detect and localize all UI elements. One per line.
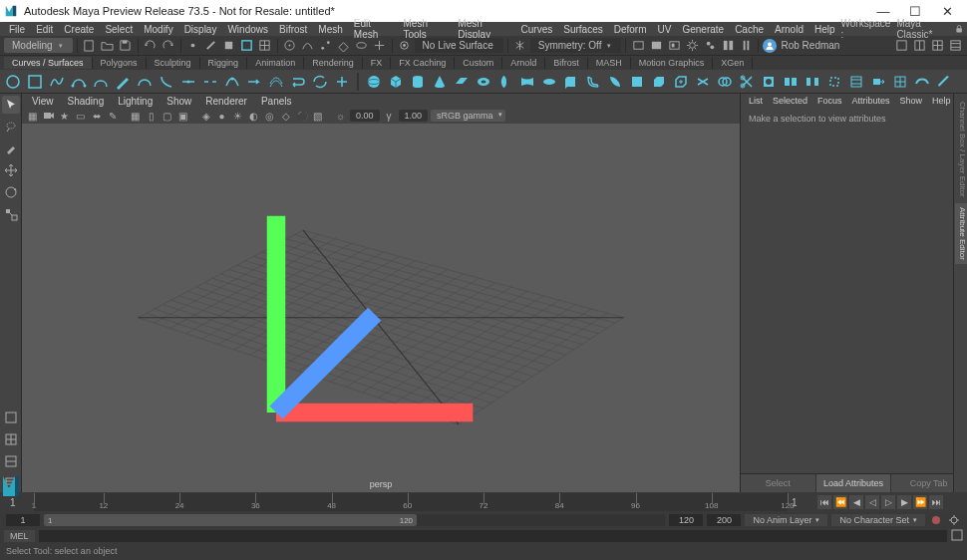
lock-icon[interactable] xyxy=(955,24,963,34)
vp-gamma-value[interactable]: 1.00 xyxy=(399,110,429,122)
shelf-tab-animation[interactable]: Animation xyxy=(247,57,304,69)
arc-3pt-icon[interactable] xyxy=(136,73,154,91)
bevel-plus-icon[interactable] xyxy=(672,73,690,91)
nurbs-cylinder-icon[interactable] xyxy=(409,73,427,91)
symmetry-icon[interactable] xyxy=(512,38,528,54)
open-close-icon[interactable] xyxy=(825,73,843,91)
snap-point-icon[interactable] xyxy=(318,38,334,54)
insert-isoparm-icon[interactable] xyxy=(847,73,865,91)
vp-bookmark-icon[interactable]: ★ xyxy=(58,110,71,123)
shelf-tab-mash[interactable]: MASH xyxy=(588,57,631,69)
render-setup-icon[interactable] xyxy=(720,38,736,54)
autokey-icon[interactable] xyxy=(929,513,943,527)
range-start-field[interactable]: 1 xyxy=(6,514,40,526)
reverse-curve-icon[interactable] xyxy=(289,73,307,91)
attr-menu-focus[interactable]: Focus xyxy=(813,96,846,106)
rebuild-curve-icon[interactable] xyxy=(311,73,329,91)
menuset-dropdown[interactable]: Modeling▾ xyxy=(4,38,73,53)
panel-layout-4-icon[interactable] xyxy=(947,38,963,54)
menu-windows[interactable]: Windows xyxy=(222,24,273,35)
goto-end-icon[interactable]: ⏭ xyxy=(929,495,943,509)
bezier-curve-icon[interactable] xyxy=(92,73,110,91)
ep-curve-icon[interactable] xyxy=(48,73,66,91)
vp-resolution-gate-icon[interactable]: ▢ xyxy=(161,110,173,123)
play-back-icon[interactable]: ◁ xyxy=(865,495,879,509)
character-set-dropdown[interactable]: No Character Set▾ xyxy=(831,514,925,526)
attach-surface-icon[interactable] xyxy=(782,73,800,91)
vp-film-gate-icon[interactable]: ▯ xyxy=(145,110,158,123)
shelf-tab-custom[interactable]: Custom xyxy=(455,57,502,69)
shelf-tab-motion-graphics[interactable]: Motion Graphics xyxy=(631,57,714,69)
time-current-field[interactable]: 1 xyxy=(792,497,811,508)
vp-menu-renderer[interactable]: Renderer xyxy=(199,96,253,107)
menu-create[interactable]: Create xyxy=(59,24,99,35)
vp-menu-lighting[interactable]: Lighting xyxy=(112,96,159,107)
new-scene-icon[interactable] xyxy=(82,38,98,54)
extend-surface-icon[interactable] xyxy=(869,73,887,91)
anim-layer-dropdown[interactable]: No Anim Layer▾ xyxy=(745,514,827,526)
paint-select-tool[interactable] xyxy=(2,140,20,157)
step-forward-key-icon[interactable]: ⏩ xyxy=(913,495,927,509)
shelf-tab-rendering[interactable]: Rendering xyxy=(304,57,363,69)
trim-icon[interactable] xyxy=(738,73,756,91)
snap-grid-icon[interactable] xyxy=(282,38,298,54)
hypershade-icon[interactable] xyxy=(702,38,718,54)
boundary-icon[interactable] xyxy=(606,73,624,91)
sculpt-surface-icon[interactable] xyxy=(913,73,931,91)
vp-colorspace-dropdown[interactable]: sRGB gamma xyxy=(431,110,505,122)
nurbs-circle-icon[interactable] xyxy=(4,73,22,91)
menu-display[interactable]: Display xyxy=(179,24,222,35)
tab-channel-box[interactable]: Channel Box / Layer Editor xyxy=(955,98,967,201)
menu-surfaces[interactable]: Surfaces xyxy=(558,24,607,35)
step-forward-icon[interactable]: ▶ xyxy=(897,495,911,509)
arc-2pt-icon[interactable] xyxy=(158,73,175,91)
nurbs-cube-icon[interactable] xyxy=(387,73,405,91)
vp-camera-icon[interactable] xyxy=(42,110,55,123)
vp-shadows-icon[interactable]: ◐ xyxy=(247,110,260,123)
live-surface-dropdown[interactable]: No Live Surface xyxy=(415,38,503,53)
bevel-icon[interactable] xyxy=(650,73,668,91)
menu-help[interactable]: Help xyxy=(809,24,840,35)
attr-menu-show[interactable]: Show xyxy=(896,96,927,106)
prefs-icon[interactable] xyxy=(947,513,961,527)
menu-edit[interactable]: Edit xyxy=(31,24,58,35)
menu-uv[interactable]: UV xyxy=(653,24,677,35)
select-face-icon[interactable] xyxy=(221,38,237,54)
untrim-icon[interactable] xyxy=(760,73,778,91)
command-input[interactable] xyxy=(39,530,947,542)
attr-menu-list[interactable]: List xyxy=(745,96,767,106)
scale-tool[interactable] xyxy=(2,205,20,223)
lasso-tool[interactable] xyxy=(2,118,20,136)
vp-wireframe-icon[interactable]: ◈ xyxy=(199,110,212,123)
nurbs-sphere-icon[interactable] xyxy=(365,73,383,91)
step-back-icon[interactable]: ◀ xyxy=(849,495,863,509)
vp-menu-shading[interactable]: Shading xyxy=(62,96,111,107)
shelf-tab-fx[interactable]: FX xyxy=(363,57,392,69)
nurbs-torus-icon[interactable] xyxy=(475,73,492,91)
render-settings-icon[interactable] xyxy=(684,38,700,54)
vp-gate-mask-icon[interactable]: ▣ xyxy=(176,110,189,123)
vp-image-plane-icon[interactable]: ▭ xyxy=(74,110,87,123)
loft-icon[interactable] xyxy=(518,73,536,91)
extrude-surface-icon[interactable] xyxy=(562,73,580,91)
select-tool[interactable] xyxy=(2,96,20,114)
vp-isolate-icon[interactable]: ◎ xyxy=(263,110,276,123)
vp-gamma-icon[interactable]: γ xyxy=(383,110,396,123)
snap-plane-icon[interactable] xyxy=(336,38,352,54)
menu-curves[interactable]: Curves xyxy=(516,24,558,35)
light-editor-icon[interactable] xyxy=(738,38,754,54)
nurbs-square-icon[interactable] xyxy=(26,73,44,91)
range-slider[interactable]: 1120 xyxy=(44,514,665,526)
shelf-tab-xgen[interactable]: XGen xyxy=(713,57,753,69)
snap-surface-icon[interactable] xyxy=(354,38,370,54)
attr-menu-selected[interactable]: Selected xyxy=(769,96,811,106)
range-handle[interactable]: 1120 xyxy=(44,514,417,526)
time-start-field[interactable]: 1 xyxy=(10,497,30,508)
time-ruler[interactable]: 11224364860728496108120 xyxy=(34,493,788,511)
panel-layout-3-icon[interactable] xyxy=(929,38,945,54)
attr-menu-help[interactable]: Help xyxy=(928,96,955,106)
shelf-tab-polygons[interactable]: Polygons xyxy=(93,57,147,69)
attr-select-button[interactable]: Select xyxy=(741,474,816,492)
menu-generate[interactable]: Generate xyxy=(677,24,729,35)
vp-xray-icon[interactable]: ◇ xyxy=(279,110,292,123)
